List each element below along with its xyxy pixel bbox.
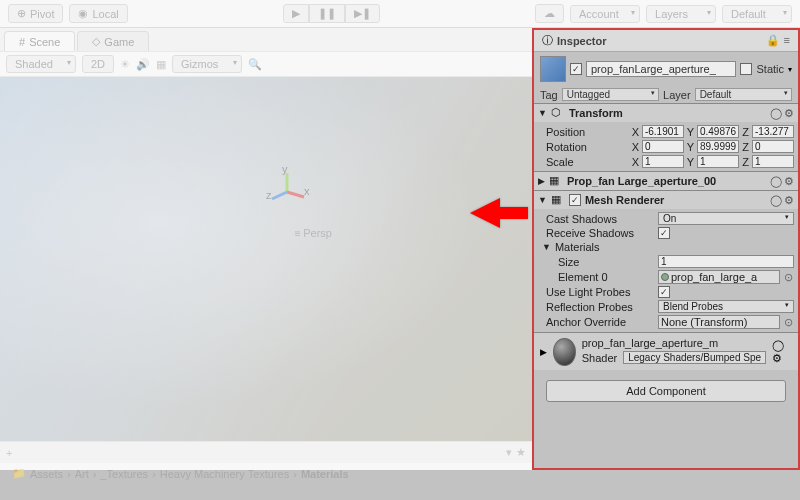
- inspector-panel: ⓘ Inspector 🔒 ≡ ✓ prop_fanLarge_aperture…: [532, 28, 800, 470]
- static-checkbox[interactable]: [740, 63, 752, 75]
- step-button[interactable]: ▶❚: [345, 4, 380, 23]
- local-button[interactable]: ◉ Local: [69, 4, 127, 23]
- search-icon[interactable]: 🔍: [248, 58, 262, 71]
- shader-label: Shader: [582, 352, 617, 364]
- orientation-gizmo[interactable]: yxz: [262, 167, 312, 219]
- material-name: prop_fan_large_aperture_m: [582, 337, 766, 349]
- position-x[interactable]: [642, 125, 684, 138]
- menu-icon[interactable]: ≡: [784, 34, 790, 47]
- pause-button[interactable]: ❚❚: [309, 4, 345, 23]
- foldout-icon[interactable]: ▶: [538, 176, 545, 186]
- materials-size[interactable]: [658, 255, 794, 268]
- top-toolbar: ⊕ Pivot ◉ Local ▶ ❚❚ ▶❚ ☁ Account Layers…: [0, 0, 800, 28]
- foldout-icon[interactable]: ▼: [538, 108, 547, 118]
- foldout-icon[interactable]: ▶: [540, 347, 547, 357]
- gear-icon[interactable]: ⚙: [784, 194, 794, 207]
- size-label: Size: [538, 256, 656, 268]
- active-checkbox[interactable]: ✓: [570, 63, 582, 75]
- breadcrumb-item[interactable]: Art: [75, 468, 89, 480]
- breadcrumb-item[interactable]: _Textures: [100, 468, 148, 480]
- scene-tab[interactable]: # Scene: [4, 31, 75, 51]
- help-icon[interactable]: ◯: [770, 194, 782, 207]
- svg-text:z: z: [266, 189, 272, 201]
- scale-y[interactable]: [697, 155, 739, 168]
- cloud-button[interactable]: ☁: [535, 4, 564, 23]
- rotation-y[interactable]: [697, 140, 739, 153]
- object-picker-icon[interactable]: ⊙: [782, 271, 794, 284]
- cast-shadows-dropdown[interactable]: On: [658, 212, 794, 225]
- gameobject-icon: [540, 56, 566, 82]
- rotation-z[interactable]: [752, 140, 794, 153]
- breadcrumb-item[interactable]: Heavy Machinery Textures: [160, 468, 289, 480]
- scale-z[interactable]: [752, 155, 794, 168]
- light-icon[interactable]: ☀: [120, 58, 130, 71]
- foldout-icon[interactable]: ▼: [538, 195, 547, 205]
- svg-text:y: y: [282, 167, 288, 175]
- pivot-button[interactable]: ⊕ Pivot: [8, 4, 63, 23]
- rotation-x[interactable]: [642, 140, 684, 153]
- info-icon: ⓘ: [542, 33, 553, 48]
- gear-icon[interactable]: ⚙: [784, 107, 794, 120]
- audio-icon[interactable]: 🔊: [136, 58, 150, 71]
- shaded-dropdown[interactable]: Shaded: [6, 55, 76, 73]
- gear-icon[interactable]: ⚙: [784, 175, 794, 188]
- create-icon[interactable]: +: [6, 447, 12, 459]
- position-label: Position: [538, 126, 629, 138]
- renderer-icon: ▦: [551, 193, 565, 207]
- lock-icon[interactable]: 🔒: [766, 34, 780, 47]
- enabled-checkbox[interactable]: ✓: [569, 194, 581, 206]
- reflection-probes-dropdown[interactable]: Blend Probes: [658, 300, 794, 313]
- static-dropdown-icon[interactable]: ▾: [788, 65, 792, 74]
- persp-label: ≡ Persp: [295, 227, 332, 239]
- gizmos-dropdown[interactable]: Gizmos: [172, 55, 242, 73]
- reflection-probes-label: Reflection Probes: [538, 301, 656, 313]
- account-dropdown[interactable]: Account: [570, 5, 640, 23]
- fx-icon[interactable]: ▦: [156, 58, 166, 71]
- tag-dropdown[interactable]: Untagged: [562, 88, 659, 101]
- layer-label: Layer: [663, 89, 691, 101]
- object-name-field[interactable]: prop_fanLarge_aperture_: [586, 61, 736, 77]
- receive-shadows-checkbox[interactable]: ✓: [658, 227, 670, 239]
- anchor-override-field[interactable]: None (Transform): [658, 315, 780, 329]
- layout-dropdown[interactable]: Default: [722, 5, 792, 23]
- foldout-icon[interactable]: ▼: [542, 242, 551, 252]
- layer-dropdown[interactable]: Default: [695, 88, 792, 101]
- svg-text:x: x: [304, 185, 310, 197]
- position-z[interactable]: [752, 125, 794, 138]
- tag-label: Tag: [540, 89, 558, 101]
- scene-viewport[interactable]: yxz ≡ Persp: [0, 77, 532, 441]
- receive-shadows-label: Receive Shadows: [538, 227, 656, 239]
- shader-dropdown[interactable]: Legacy Shaders/Bumped Spe: [623, 351, 766, 364]
- gear-icon[interactable]: ⚙: [772, 352, 782, 364]
- mesh-icon: ▦: [549, 174, 563, 188]
- game-tab[interactable]: ◇ Game: [77, 31, 149, 51]
- breadcrumb-item[interactable]: Assets: [30, 468, 63, 480]
- svg-marker-6: [470, 198, 528, 228]
- scale-x[interactable]: [642, 155, 684, 168]
- 2d-toggle[interactable]: 2D: [82, 55, 114, 73]
- callout-arrow: [470, 195, 530, 233]
- materials-label: Materials: [555, 241, 600, 253]
- project-toolbar: + ▾ ★: [0, 441, 532, 463]
- layers-dropdown[interactable]: Layers: [646, 5, 716, 23]
- inspector-tab[interactable]: ⓘ Inspector 🔒 ≡: [534, 30, 798, 52]
- play-button[interactable]: ▶: [283, 4, 309, 23]
- element0-field[interactable]: prop_fan_large_a: [658, 270, 780, 284]
- object-header: ✓ prop_fanLarge_aperture_ Static ▾: [534, 52, 798, 86]
- object-picker-icon[interactable]: ⊙: [782, 316, 794, 329]
- add-component-button[interactable]: Add Component: [546, 380, 786, 402]
- help-icon[interactable]: ◯: [772, 339, 784, 351]
- filter-icon[interactable]: ▾: [506, 446, 512, 459]
- light-probes-checkbox[interactable]: ✓: [658, 286, 670, 298]
- component-title: Transform: [569, 107, 766, 119]
- help-icon[interactable]: ◯: [770, 175, 782, 188]
- breadcrumb: 📁 Assets › Art › _Textures › Heavy Machi…: [0, 463, 532, 484]
- material-sphere-icon: [553, 338, 576, 366]
- position-y[interactable]: [697, 125, 739, 138]
- component-title: Prop_fan Large_aperture_00: [567, 175, 766, 187]
- star-icon[interactable]: ★: [516, 446, 526, 459]
- mesh-renderer-component: ▼ ▦ ✓ Mesh Renderer ◯ ⚙ Cast ShadowsOn R…: [534, 190, 798, 332]
- help-icon[interactable]: ◯: [770, 107, 782, 120]
- breadcrumb-item[interactable]: Materials: [301, 468, 349, 480]
- anchor-override-label: Anchor Override: [538, 316, 656, 328]
